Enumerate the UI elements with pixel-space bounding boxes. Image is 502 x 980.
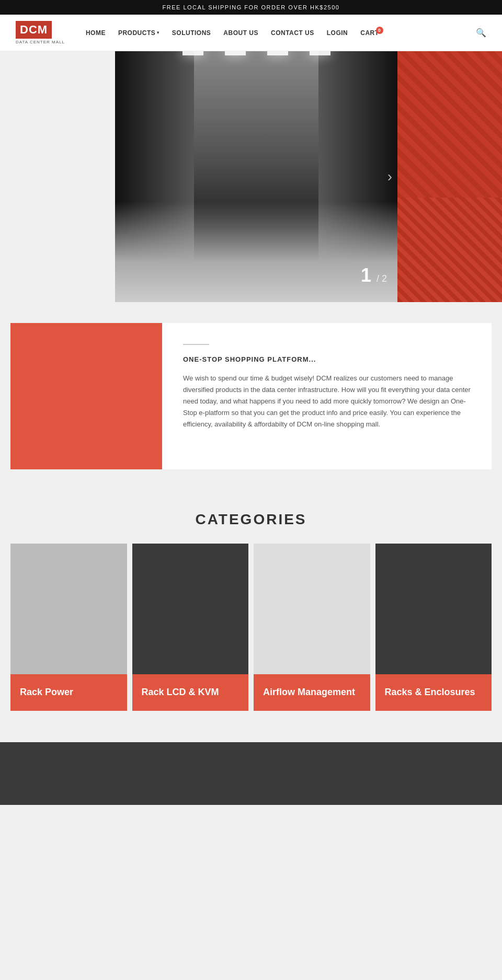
nav-cart[interactable]: CART 0 [360, 29, 379, 37]
light-4 [310, 51, 330, 55]
categories-grid: Rack Power Rack LCD & KVM Airflow Manage… [10, 544, 492, 711]
category-airflow-bg [254, 544, 370, 674]
logo[interactable]: DCM DATA CENTER MALL [16, 21, 65, 44]
categories-title: CATEGORIES [10, 511, 492, 528]
category-rack-lcd-kvm-label: Rack LCD & KVM [132, 674, 249, 711]
nav-home[interactable]: HOME [86, 29, 106, 37]
light-1 [182, 51, 203, 55]
footer [0, 742, 502, 805]
light-2 [225, 51, 246, 55]
nav-contact[interactable]: CONTACT US [271, 29, 314, 37]
category-airflow-label: Airflow Management [254, 674, 370, 711]
banner-text: FREE LOCAL SHIPPING FOR ORDER OVER HK$25… [163, 4, 340, 10]
main-nav: HOME PRODUCTS ▾ SOLUTIONS ABOUT US CONTA… [86, 29, 476, 37]
slide-current: 1 [361, 264, 371, 286]
light-3 [267, 51, 288, 55]
logo-text: DCM [16, 21, 52, 39]
slide-counter: 1 / 2 [361, 264, 387, 286]
hero-bottom-right [397, 198, 502, 302]
categories-section: CATEGORIES Rack Power Rack LCD & KVM Air… [0, 490, 502, 721]
ceiling-lights [172, 51, 341, 55]
category-racks-bg [375, 544, 492, 674]
about-red-block [10, 323, 162, 469]
top-banner: FREE LOCAL SHIPPING FOR ORDER OVER HK$25… [0, 0, 502, 15]
category-rack-power[interactable]: Rack Power [10, 544, 127, 711]
about-section: ONE-STOP SHOPPING PLATFORM... We wish to… [10, 323, 492, 469]
header: DCM DATA CENTER MALL HOME PRODUCTS ▾ SOL… [0, 15, 502, 51]
category-airflow-management[interactable]: Airflow Management [254, 544, 370, 711]
nav-products[interactable]: PRODUCTS ▾ [118, 29, 159, 37]
slide-total: / 2 [376, 273, 387, 284]
search-icon[interactable]: 🔍 [476, 28, 486, 38]
category-racks-enclosures[interactable]: Racks & Enclosures [375, 544, 492, 711]
hero-main-image [115, 51, 397, 302]
hero-left-background [0, 51, 115, 302]
nav-login[interactable]: LOGIN [327, 29, 348, 37]
about-body: We wish to spend our time & budget wisel… [183, 373, 471, 430]
chevron-down-icon: ▾ [157, 30, 159, 35]
category-rack-power-bg [10, 544, 127, 674]
logo-subtitle: DATA CENTER MALL [16, 40, 65, 44]
hero-slider: 1 / 2 › [0, 51, 502, 302]
hero-next-arrow[interactable]: › [387, 168, 392, 185]
cart-badge: 0 [376, 27, 383, 34]
about-divider [183, 344, 209, 345]
category-rack-power-label: Rack Power [10, 674, 127, 711]
floor [115, 202, 397, 302]
about-content: ONE-STOP SHOPPING PLATFORM... We wish to… [162, 323, 492, 469]
category-rack-lcd-kvm-bg [132, 544, 249, 674]
hero-right-overlay [397, 51, 502, 302]
category-rack-lcd-kvm[interactable]: Rack LCD & KVM [132, 544, 249, 711]
category-racks-label: Racks & Enclosures [375, 674, 492, 711]
about-title: ONE-STOP SHOPPING PLATFORM... [183, 355, 471, 363]
nav-about[interactable]: ABOUT US [223, 29, 258, 37]
server-room-visual [115, 51, 397, 302]
nav-solutions[interactable]: SOLUTIONS [172, 29, 211, 37]
